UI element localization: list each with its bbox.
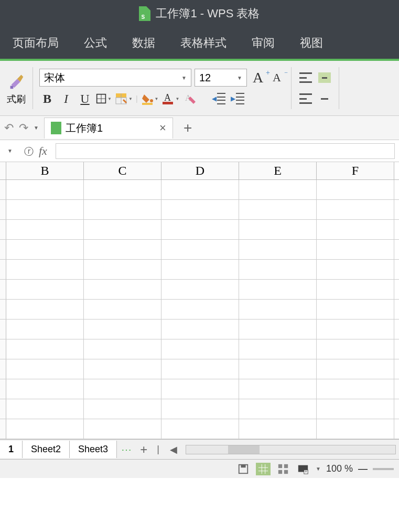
cell[interactable] xyxy=(239,419,317,439)
add-tab-button[interactable]: + xyxy=(178,120,197,136)
cell[interactable] xyxy=(84,280,161,299)
cell[interactable] xyxy=(317,240,394,259)
cell[interactable] xyxy=(6,240,84,259)
cell[interactable] xyxy=(239,220,317,239)
cell[interactable] xyxy=(161,300,239,319)
menu-formula[interactable]: 公式 xyxy=(71,35,120,51)
cell[interactable] xyxy=(239,260,317,279)
font-name-select[interactable]: 宋体 ▼ xyxy=(39,69,191,87)
undo-button[interactable]: ↶ xyxy=(4,121,14,135)
decrease-indent-button[interactable]: ◀ xyxy=(211,91,227,107)
cell[interactable] xyxy=(161,399,239,419)
cell[interactable] xyxy=(161,419,239,439)
formula-input[interactable] xyxy=(56,143,395,159)
menu-view[interactable]: 视图 xyxy=(287,35,336,51)
cell[interactable] xyxy=(6,379,84,399)
row-header[interactable] xyxy=(0,379,6,399)
cell[interactable] xyxy=(161,200,239,219)
cell[interactable] xyxy=(84,220,161,239)
format-painter-icon[interactable] xyxy=(6,71,26,91)
cell[interactable] xyxy=(317,419,394,439)
cell[interactable] xyxy=(6,320,84,339)
sheet-tab[interactable]: Sheet3 xyxy=(70,441,117,458)
menu-data[interactable]: 数据 xyxy=(120,35,168,51)
fx-icon[interactable]: fx xyxy=(24,144,47,158)
underline-button[interactable]: U xyxy=(77,91,93,107)
cell[interactable] xyxy=(239,379,317,399)
cell[interactable] xyxy=(239,399,317,419)
cell[interactable] xyxy=(239,240,317,259)
redo-button[interactable]: ↷ xyxy=(19,121,28,135)
cell[interactable] xyxy=(6,180,84,199)
cell[interactable] xyxy=(317,320,394,339)
cell[interactable] xyxy=(239,280,317,299)
cell[interactable] xyxy=(161,220,239,239)
cell-style-button[interactable]: ▼ xyxy=(115,91,133,107)
row-header[interactable] xyxy=(0,339,6,359)
row-header[interactable] xyxy=(0,359,6,379)
zoom-slider[interactable] xyxy=(373,468,394,470)
border-button[interactable]: ▼ xyxy=(96,91,112,107)
chevron-down-icon[interactable]: ▼ xyxy=(34,125,39,131)
cell[interactable] xyxy=(317,300,394,319)
row-header[interactable] xyxy=(0,280,6,299)
row-header[interactable] xyxy=(0,419,6,439)
font-size-select[interactable]: 12 ▼ xyxy=(195,69,247,87)
name-box-dropdown[interactable]: ▼ xyxy=(4,148,16,154)
sheet-tab-active[interactable]: 1 xyxy=(0,441,23,458)
cell[interactable] xyxy=(84,379,161,399)
cell[interactable] xyxy=(161,180,239,199)
align-middle-button[interactable] xyxy=(317,70,332,86)
horizontal-scrollbar[interactable] xyxy=(186,445,396,454)
cell[interactable] xyxy=(6,419,84,439)
sheet-list-button[interactable]: ⋯ xyxy=(117,443,136,456)
select-all-corner[interactable] xyxy=(0,162,6,179)
cell[interactable] xyxy=(6,339,84,359)
decrease-font-button[interactable]: A− xyxy=(269,70,285,86)
cell[interactable] xyxy=(6,300,84,319)
cell[interactable] xyxy=(6,220,84,239)
cell[interactable] xyxy=(317,339,394,359)
save-icon[interactable] xyxy=(236,463,251,475)
bold-button[interactable]: B xyxy=(39,91,55,107)
cell[interactable] xyxy=(84,180,161,199)
cell[interactable] xyxy=(84,359,161,379)
cell[interactable] xyxy=(317,200,394,219)
menu-table-style[interactable]: 表格样式 xyxy=(168,35,239,51)
cell[interactable] xyxy=(317,379,394,399)
cell[interactable] xyxy=(161,260,239,279)
column-header[interactable]: E xyxy=(239,162,317,179)
document-tab[interactable]: 工作簿1 × xyxy=(44,118,173,139)
column-header[interactable]: D xyxy=(161,162,239,179)
cell[interactable] xyxy=(239,200,317,219)
cell[interactable] xyxy=(6,399,84,419)
increase-indent-button[interactable]: ▶ xyxy=(230,91,245,107)
scrollbar-thumb[interactable] xyxy=(228,445,260,454)
chevron-down-icon[interactable]: ▼ xyxy=(316,466,321,472)
cell[interactable] xyxy=(6,280,84,299)
row-header[interactable] xyxy=(0,399,6,419)
cell[interactable] xyxy=(84,240,161,259)
reading-view-button[interactable]: + xyxy=(296,463,310,475)
cell[interactable] xyxy=(6,260,84,279)
row-header[interactable] xyxy=(0,240,6,259)
align-top-button[interactable] xyxy=(298,70,314,86)
cell[interactable] xyxy=(161,339,239,359)
sheet-tab[interactable]: Sheet2 xyxy=(23,441,70,458)
row-header[interactable] xyxy=(0,220,6,239)
row-header[interactable] xyxy=(0,200,6,219)
cell[interactable] xyxy=(84,419,161,439)
cell[interactable] xyxy=(239,339,317,359)
page-break-view-button[interactable] xyxy=(276,463,290,475)
cell[interactable] xyxy=(317,359,394,379)
cell[interactable] xyxy=(239,300,317,319)
cell[interactable] xyxy=(317,180,394,199)
align-center-button[interactable] xyxy=(317,91,332,107)
row-header[interactable] xyxy=(0,180,6,199)
row-header[interactable] xyxy=(0,260,6,279)
cell[interactable] xyxy=(317,280,394,299)
cell[interactable] xyxy=(84,300,161,319)
zoom-level[interactable]: 100 % xyxy=(326,463,353,474)
zoom-out-button[interactable]: — xyxy=(358,463,368,474)
clear-format-button[interactable]: A xyxy=(182,91,198,107)
